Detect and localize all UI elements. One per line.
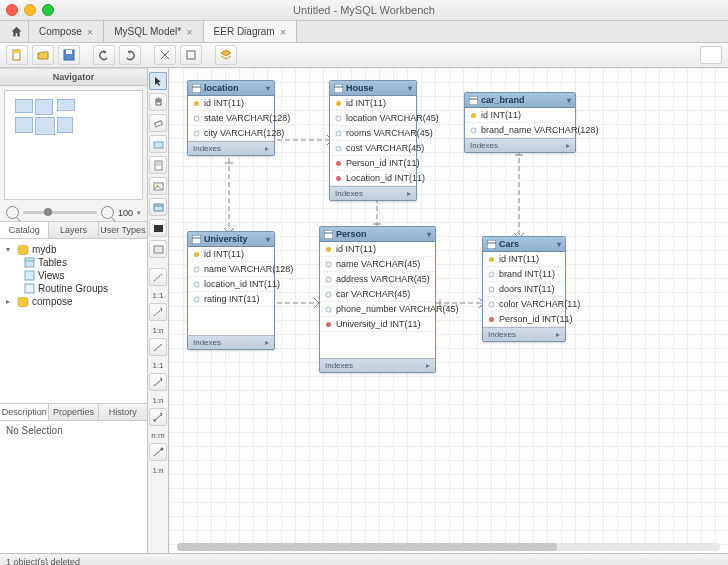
diagram-canvas[interactable]: location ▾ id INT(11) state VARCHAR(128)…: [169, 68, 728, 553]
disclosure-icon[interactable]: ▸: [6, 297, 14, 306]
entity-header[interactable]: House ▾: [330, 81, 416, 96]
new-file-button[interactable]: [6, 45, 28, 65]
horizontal-scrollbar[interactable]: [177, 543, 720, 551]
diagram-minimap[interactable]: [4, 90, 143, 200]
save-button[interactable]: [58, 45, 80, 65]
rel-1-n-nonid-tool[interactable]: [149, 303, 167, 321]
table-tool[interactable]: [149, 198, 167, 216]
chevron-down-icon[interactable]: ▾: [567, 96, 571, 105]
hand-tool[interactable]: [149, 93, 167, 111]
indexes-section[interactable]: Indexes▸: [483, 327, 565, 341]
canvas-viewport[interactable]: location ▾ id INT(11) state VARCHAR(128)…: [169, 68, 728, 553]
column-row[interactable]: color VARCHAR(11): [483, 297, 565, 312]
disclosure-icon[interactable]: ▾: [6, 245, 14, 254]
layers-button[interactable]: [215, 45, 237, 65]
column-row[interactable]: city VARCHAR(128): [188, 126, 274, 141]
tab-compose[interactable]: Compose ×: [29, 21, 104, 42]
rel-place-tool[interactable]: [149, 443, 167, 461]
routine-tool[interactable]: [149, 240, 167, 258]
column-row[interactable]: rating INT(11): [188, 292, 274, 307]
rel-1-1-id-tool[interactable]: [149, 338, 167, 356]
entity-location[interactable]: location ▾ id INT(11) state VARCHAR(128)…: [187, 80, 275, 156]
tree-db-mydb[interactable]: ▾ mydb: [2, 243, 145, 256]
entity-cars[interactable]: Cars ▾ id INT(11) brand INT(11) doors IN…: [482, 236, 566, 342]
tree-routine-groups[interactable]: Routine Groups: [2, 282, 145, 295]
undo-button[interactable]: [93, 45, 115, 65]
subtab-layers[interactable]: Layers: [49, 222, 98, 238]
subtab-catalog[interactable]: Catalog: [0, 222, 49, 238]
layer-tool[interactable]: [149, 135, 167, 153]
eraser-tool[interactable]: [149, 114, 167, 132]
tree-tables[interactable]: Tables: [2, 256, 145, 269]
redo-button[interactable]: [119, 45, 141, 65]
entity-header[interactable]: location ▾: [188, 81, 274, 96]
entity-header[interactable]: car_brand ▾: [465, 93, 575, 108]
column-row[interactable]: id INT(11): [483, 252, 565, 267]
indexes-section[interactable]: Indexes▸: [330, 186, 416, 200]
column-row[interactable]: name VARCHAR(128): [188, 262, 274, 277]
column-row[interactable]: id INT(11): [188, 247, 274, 262]
zoom-in-icon[interactable]: [101, 206, 114, 219]
column-row[interactable]: phone_number VARCHAR(45): [320, 302, 435, 317]
entity-car-brand[interactable]: car_brand ▾ id INT(11) brand_name VARCHA…: [464, 92, 576, 153]
image-tool[interactable]: [149, 177, 167, 195]
rel-1-n-id-tool[interactable]: [149, 373, 167, 391]
column-row[interactable]: Person_id INT(11): [483, 312, 565, 327]
column-row[interactable]: location VARCHAR(45): [330, 111, 416, 126]
close-icon[interactable]: ×: [186, 26, 192, 38]
column-row[interactable]: id INT(11): [330, 96, 416, 111]
column-row[interactable]: Person_id INT(11): [330, 156, 416, 171]
subtab-history[interactable]: History: [99, 404, 147, 420]
subtab-description[interactable]: Description: [0, 404, 49, 420]
column-row[interactable]: brand INT(11): [483, 267, 565, 282]
pointer-tool[interactable]: [149, 72, 167, 90]
toolbar-search[interactable]: [700, 46, 722, 64]
chevron-down-icon[interactable]: ▾: [557, 240, 561, 249]
align-button[interactable]: [180, 45, 202, 65]
column-row[interactable]: doors INT(11): [483, 282, 565, 297]
entity-header[interactable]: University ▾: [188, 232, 274, 247]
tree-views[interactable]: Views: [2, 269, 145, 282]
grid-toggle-button[interactable]: [154, 45, 176, 65]
chevron-down-icon[interactable]: ▾: [427, 230, 431, 239]
column-row[interactable]: id INT(11): [188, 96, 274, 111]
column-row[interactable]: Location_id INT(11): [330, 171, 416, 186]
tab-mysql-model[interactable]: MySQL Model* ×: [104, 21, 203, 42]
subtab-properties[interactable]: Properties: [49, 404, 98, 420]
subtab-user-types[interactable]: User Types: [99, 222, 147, 238]
column-row[interactable]: state VARCHAR(128): [188, 111, 274, 126]
column-row[interactable]: location_id INT(11): [188, 277, 274, 292]
entity-university[interactable]: University ▾ id INT(11) name VARCHAR(128…: [187, 231, 275, 350]
column-row[interactable]: University_id INT(11): [320, 317, 435, 332]
close-icon[interactable]: ×: [280, 26, 286, 38]
column-row[interactable]: name VARCHAR(45): [320, 257, 435, 272]
rel-1-1-nonid-tool[interactable]: [149, 268, 167, 286]
tab-eer-diagram[interactable]: EER Diagram ×: [204, 21, 298, 42]
zoom-dropdown-icon[interactable]: ▾: [137, 209, 141, 217]
rel-n-m-tool[interactable]: [149, 408, 167, 426]
entity-house[interactable]: House ▾ id INT(11) location VARCHAR(45) …: [329, 80, 417, 201]
entity-header[interactable]: Person ▾: [320, 227, 435, 242]
chevron-down-icon[interactable]: ▾: [266, 235, 270, 244]
view-tool[interactable]: [149, 219, 167, 237]
indexes-section[interactable]: Indexes▸: [465, 138, 575, 152]
entity-header[interactable]: Cars ▾: [483, 237, 565, 252]
tree-db-compose[interactable]: ▸ compose: [2, 295, 145, 308]
chevron-down-icon[interactable]: ▾: [266, 84, 270, 93]
close-icon[interactable]: ×: [87, 26, 93, 38]
zoom-out-icon[interactable]: [6, 206, 19, 219]
home-tab[interactable]: [4, 21, 29, 42]
open-file-button[interactable]: [32, 45, 54, 65]
column-row[interactable]: id INT(11): [320, 242, 435, 257]
chevron-down-icon[interactable]: ▾: [408, 84, 412, 93]
entity-person[interactable]: Person ▾ id INT(11) name VARCHAR(45) add…: [319, 226, 436, 373]
column-row[interactable]: id INT(11): [465, 108, 575, 123]
indexes-section[interactable]: Indexes▸: [320, 358, 435, 372]
column-row[interactable]: rooms VARCHAR(45): [330, 126, 416, 141]
column-row[interactable]: brand_name VARCHAR(128): [465, 123, 575, 138]
note-tool[interactable]: [149, 156, 167, 174]
column-row[interactable]: car VARCHAR(45): [320, 287, 435, 302]
zoom-slider[interactable]: [23, 211, 97, 214]
indexes-section[interactable]: Indexes▸: [188, 335, 274, 349]
indexes-section[interactable]: Indexes▸: [188, 141, 274, 155]
